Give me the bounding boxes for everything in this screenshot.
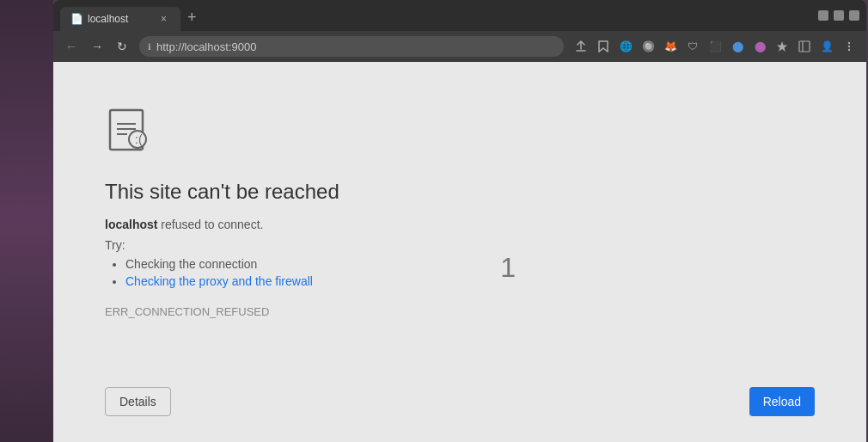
new-tab-button[interactable]: +: [180, 9, 204, 27]
share-icon[interactable]: [571, 36, 591, 57]
back-button[interactable]: ←: [60, 36, 83, 57]
suggestion-1-text: Checking the connection: [125, 257, 257, 271]
ext2-icon[interactable]: 🔘: [638, 36, 658, 57]
ext4-icon[interactable]: 🛡: [682, 36, 703, 57]
svg-marker-5: [777, 41, 787, 52]
ext3-icon[interactable]: 🦊: [660, 36, 681, 57]
svg-marker-4: [599, 41, 608, 52]
title-bar: 📄 localhost × +: [53, 0, 866, 31]
details-button[interactable]: Details: [105, 387, 171, 416]
suggestion-1: Checking the connection: [125, 257, 313, 271]
address-bar[interactable]: ℹ http://localhost:9000: [139, 36, 564, 57]
error-subtitle-bold: localhost: [105, 218, 157, 231]
forward-button[interactable]: →: [86, 36, 108, 57]
error-icon: :(: [105, 105, 153, 163]
proxy-firewall-link[interactable]: Checking the proxy and the firewall: [125, 274, 313, 288]
profile-icon[interactable]: 👤: [816, 36, 837, 57]
svg-point-9: [848, 46, 850, 47]
close-window-button[interactable]: [849, 10, 859, 21]
maximize-button[interactable]: [834, 10, 844, 21]
reload-page-button[interactable]: ↻: [112, 36, 132, 57]
active-tab[interactable]: 📄 localhost ×: [60, 7, 180, 31]
svg-point-8: [848, 42, 850, 44]
error-page: :( This site can't be reached localhost …: [53, 62, 866, 442]
minimize-button[interactable]: [818, 10, 828, 21]
address-info-icon: ℹ: [148, 42, 151, 52]
svg-rect-6: [799, 41, 810, 52]
sidebar-toggle-icon[interactable]: [794, 36, 815, 57]
desktop-background: [0, 0, 53, 442]
ext5-icon[interactable]: ⬛: [705, 36, 725, 57]
error-subtitle-rest: refused to connect.: [157, 218, 263, 231]
error-suggestions-list: Checking the connection Checking the pro…: [125, 257, 313, 292]
reload-button[interactable]: Reload: [749, 387, 815, 416]
ext6-icon[interactable]: ⬤: [727, 36, 748, 57]
bookmark-icon[interactable]: [593, 36, 614, 57]
error-code: ERR_CONNECTION_REFUSED: [105, 305, 269, 318]
svg-text::(: :(: [135, 132, 143, 146]
tab-close-button[interactable]: ×: [157, 11, 170, 27]
address-text: http://localhost:9000: [156, 40, 555, 53]
menu-icon[interactable]: [839, 36, 859, 57]
browser-window: 📄 localhost × + ← → ↻ ℹ http://localhost…: [53, 0, 866, 442]
toolbar-icons: 🌐 🔘 🦊 🛡 ⬛ ⬤ ⬤ 👤: [571, 36, 859, 57]
svg-rect-1: [835, 12, 842, 19]
error-try-label: Try:: [105, 238, 125, 252]
tab-area: 📄 localhost × +: [60, 0, 818, 31]
error-subtitle: localhost refused to connect.: [105, 218, 263, 231]
ext7-icon[interactable]: ⬤: [749, 36, 770, 57]
svg-point-10: [848, 49, 850, 51]
window-controls: [818, 10, 859, 21]
ext1-icon[interactable]: 🌐: [615, 36, 636, 57]
svg-rect-0: [819, 15, 828, 16]
button-row: Details Reload: [105, 387, 815, 416]
suggestion-2[interactable]: Checking the proxy and the firewall: [125, 274, 313, 288]
tab-favicon-icon: 📄: [70, 13, 83, 25]
ext8-icon[interactable]: [772, 36, 792, 57]
page-number: 1: [500, 252, 516, 284]
tab-title: localhost: [88, 13, 152, 25]
browser-toolbar: ← → ↻ ℹ http://localhost:9000 🌐 🔘 🦊 🛡 ⬛ …: [53, 31, 866, 62]
error-title: This site can't be reached: [105, 180, 339, 204]
